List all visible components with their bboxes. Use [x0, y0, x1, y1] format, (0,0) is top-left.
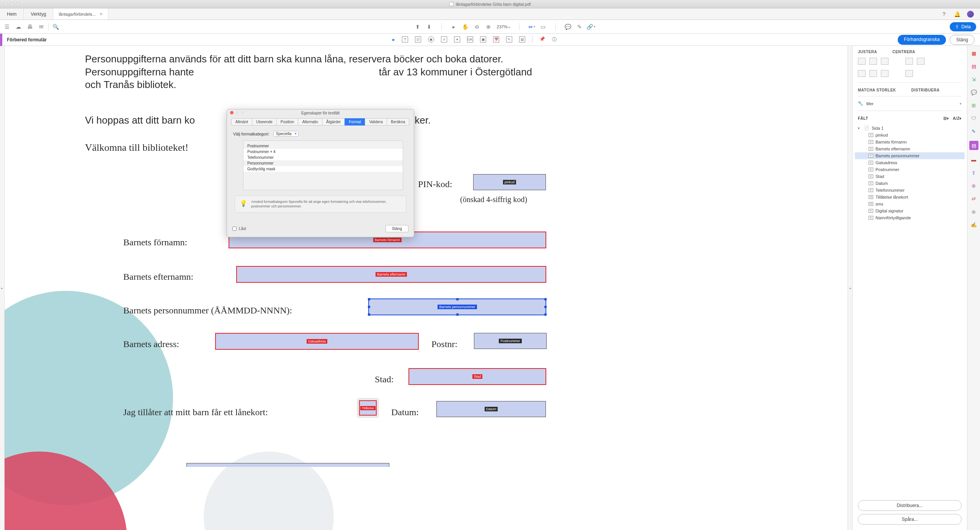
dialog-tab-allmänt[interactable]: Allmänt — [231, 118, 252, 126]
pointer-icon[interactable]: ▸ — [451, 24, 457, 30]
close-form-button[interactable]: Stäng — [950, 35, 975, 45]
field-partial[interactable] — [186, 463, 389, 467]
dialog-max-dot[interactable] — [241, 111, 244, 114]
rail-send-icon[interactable]: ⇪ — [970, 169, 977, 176]
locked-checkbox-input[interactable] — [232, 227, 237, 231]
align-top-icon[interactable] — [858, 70, 866, 77]
avatar[interactable] — [967, 11, 974, 18]
rail-protect-icon[interactable]: 🛡 — [970, 115, 977, 122]
center-both-icon[interactable] — [905, 70, 913, 77]
dialog-list-item[interactable]: Telefonnummer — [243, 155, 403, 160]
traffic-min[interactable] — [10, 2, 14, 6]
rail-pdf-icon[interactable]: ▦ — [970, 50, 977, 57]
field-datum[interactable]: Datum — [436, 401, 546, 417]
selection-tool-icon[interactable]: ▸ — [392, 36, 395, 43]
rail-export-icon[interactable]: ⇲ — [970, 76, 977, 83]
track-button[interactable]: Spåra... — [858, 514, 962, 525]
highlight-icon[interactable]: ✎ — [577, 24, 583, 30]
dialog-close-button[interactable]: Stäng — [385, 225, 408, 232]
dialog-tab-beräkna[interactable]: Beräkna — [387, 118, 409, 126]
dialog-list-item[interactable]: Postnummer + 4 — [243, 149, 403, 155]
align-bottom-icon[interactable] — [881, 70, 889, 77]
traffic-close[interactable] — [4, 2, 8, 6]
info-icon[interactable]: ⓘ — [552, 36, 557, 43]
tab-tools[interactable]: Verktyg — [24, 8, 53, 20]
tree-field-item[interactable]: TStad — [855, 173, 965, 180]
dialog-tab-åtgärder[interactable]: Åtgärder — [322, 118, 345, 126]
tree-field-item[interactable]: ☑Tillåtelse lånekort — [855, 194, 965, 201]
tree-field-item[interactable]: TNamnförtydligande — [855, 214, 965, 221]
zoom-out-icon[interactable]: ⊖ — [474, 24, 480, 30]
rail-combine-icon[interactable]: ⊞ — [970, 102, 977, 109]
dialog-list-item[interactable]: Personnummer — [243, 160, 403, 166]
field-postnr[interactable]: Postnummer — [474, 333, 547, 349]
tab-home[interactable]: Hem — [0, 8, 24, 20]
rail-signature-icon[interactable]: ✍ — [970, 221, 977, 228]
dialog-category-select[interactable]: Speciella — [273, 131, 299, 137]
align-center-h-icon[interactable] — [869, 58, 877, 65]
bell-icon[interactable]: 🔔 — [954, 11, 960, 17]
pin-icon[interactable]: 📌 — [539, 36, 545, 43]
print-icon[interactable]: 🖶 — [27, 24, 33, 30]
radio-tool-icon[interactable]: ◉ — [428, 36, 434, 42]
sort-icon[interactable]: ☰▾ — [943, 116, 949, 121]
rail-sign-icon[interactable]: ✎ — [970, 128, 977, 135]
list-tool-icon[interactable]: ≡ — [441, 36, 447, 42]
tree-field-item[interactable]: TGatuadress — [855, 159, 965, 166]
zoom-value[interactable]: 237%▾ — [497, 24, 510, 29]
fit-page-icon[interactable]: ▭ — [540, 24, 546, 30]
help-icon[interactable]: ? — [941, 11, 947, 17]
field-pinkod[interactable]: pinkod — [473, 174, 546, 190]
page-up-icon[interactable]: ⬆ — [415, 24, 421, 30]
tree-field-item[interactable]: TBarnets efternamn — [855, 145, 965, 152]
checkbox-tool-icon[interactable]: ☑ — [415, 36, 421, 42]
dialog-format-list[interactable]: PostnummerPostnummer + 4TelefonnummerPer… — [243, 140, 403, 190]
page-down-icon[interactable]: ⬇ — [426, 24, 432, 30]
hand-icon[interactable]: ✋ — [462, 24, 469, 30]
barcode-tool-icon[interactable]: ▥ — [519, 36, 525, 42]
field-efternamn[interactable]: Barnets efternamn — [236, 266, 546, 283]
tree-field-item[interactable]: Tpinkod — [855, 132, 965, 139]
dialog-min-dot[interactable] — [235, 111, 239, 114]
preview-button[interactable]: Förhandsgranska — [898, 35, 946, 45]
rail-form-icon[interactable]: ▤ — [969, 141, 978, 150]
search-icon[interactable]: 🔍 — [52, 24, 59, 30]
rail-more-icon[interactable]: ⊕ — [970, 208, 977, 215]
right-gutter-expand[interactable]: ◂ — [848, 46, 852, 530]
align-right-icon[interactable] — [881, 58, 889, 65]
dialog-tab-validera[interactable]: Validera — [365, 118, 387, 126]
dialog-list-item[interactable]: Godtycklig mask — [243, 166, 403, 172]
share-button[interactable]: ⇪ Dela — [950, 22, 976, 31]
tree-field-item[interactable]: TDatum — [855, 180, 965, 187]
dialog-tab-format[interactable]: Format — [345, 118, 365, 126]
tree-field-item[interactable]: TPostnummer — [855, 166, 965, 173]
tree-field-item[interactable]: ☑sms — [855, 201, 965, 207]
date-tool-icon[interactable]: 📅 — [493, 36, 499, 42]
field-tillatelse[interactable]: Tillåtelse — [359, 400, 377, 416]
traffic-max[interactable] — [16, 2, 20, 6]
dropdown-tool-icon[interactable]: ▾ — [454, 36, 460, 42]
sidebar-toggle-icon[interactable]: ☰ — [4, 24, 10, 30]
tree-field-item[interactable]: TDigital signatur — [855, 207, 965, 214]
page-canvas[interactable]: Personuppgifterna används för att ditt b… — [5, 46, 848, 530]
zoom-in-icon[interactable]: ⊕ — [485, 24, 492, 30]
tree-field-item[interactable]: TBarnets personnummer — [855, 152, 965, 159]
rail-organize-icon[interactable]: ▤ — [970, 63, 977, 70]
dialog-tab-alternativ[interactable]: Alternativ — [298, 118, 322, 126]
text-field-icon[interactable]: T — [402, 36, 408, 42]
align-center-v-icon[interactable] — [869, 70, 877, 77]
dialog-tab-utseende[interactable]: Utseende — [252, 118, 277, 126]
button-tool-icon[interactable]: OK — [467, 36, 473, 42]
distribute-button[interactable]: Distribuera... — [858, 500, 962, 511]
rail-comment-icon[interactable]: 💬 — [970, 89, 977, 96]
tree-page[interactable]: ▾📄Sida 1 — [855, 124, 965, 132]
az-icon[interactable]: A/Z▾ — [953, 116, 962, 121]
signature-tool-icon[interactable]: ✎ — [506, 36, 512, 42]
rail-stamp-icon[interactable]: ⊛ — [970, 182, 977, 189]
tree-field-item[interactable]: TTelefonnummer — [855, 187, 965, 194]
image-tool-icon[interactable]: ▣ — [480, 36, 486, 42]
left-gutter-expand[interactable]: ▸ — [0, 46, 5, 530]
center-v-icon[interactable] — [917, 58, 924, 65]
mail-icon[interactable]: ✉ — [38, 24, 44, 30]
dialog-close-dot[interactable] — [230, 111, 234, 114]
